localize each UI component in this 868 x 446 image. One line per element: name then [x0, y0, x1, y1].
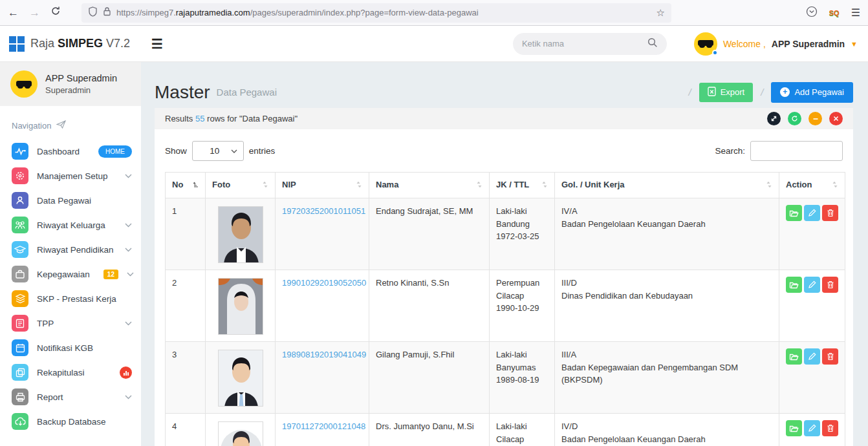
- cell-no: 2: [166, 270, 206, 342]
- nip-link[interactable]: 199010292019052050: [282, 278, 366, 288]
- minimize-card-icon[interactable]: [808, 112, 822, 125]
- sidebar-item-data-pegawai[interactable]: Data Pegawai: [0, 189, 141, 212]
- sort-asc-icon: [191, 180, 199, 190]
- pocket-icon[interactable]: [806, 6, 818, 20]
- col-header-action[interactable]: Action: [779, 173, 845, 198]
- col-header-foto[interactable]: Foto: [206, 173, 276, 198]
- table-row: 3 198908192019041049 Gilang Pamuji, S.Fh…: [166, 342, 845, 414]
- sidebar-item-backup-database[interactable]: Backup Database: [0, 410, 141, 433]
- copy-pages-icon: [12, 364, 28, 381]
- back-icon[interactable]: ←: [8, 6, 19, 19]
- sidebar-user-role: Superadmin: [45, 85, 117, 95]
- cell-no: 3: [166, 342, 206, 414]
- expand-card-icon[interactable]: [767, 112, 781, 125]
- sq-extension-icon[interactable]: SQ: [829, 9, 840, 17]
- sidebar-avatar: [10, 70, 38, 98]
- global-search-input[interactable]: [522, 39, 647, 48]
- user-menu[interactable]: Welcome , APP Superadmin ▼: [694, 32, 858, 56]
- edit-button[interactable]: [804, 205, 820, 221]
- cell-no: 1: [166, 198, 206, 270]
- reload-icon[interactable]: [50, 6, 61, 19]
- dashboard-pulse-icon: [12, 143, 28, 160]
- sidebar-item-report[interactable]: Report: [0, 385, 141, 409]
- view-button[interactable]: [786, 205, 802, 221]
- app-logo[interactable]: Raja SIMPEG V7.2: [0, 36, 141, 52]
- chevron-down-icon: [125, 321, 132, 326]
- delete-button[interactable]: [822, 277, 838, 293]
- col-header-nama[interactable]: Nama: [369, 173, 490, 198]
- sidebar-item-kepegawaian[interactable]: Kepegawaian 12: [0, 262, 141, 286]
- view-button[interactable]: [786, 277, 802, 293]
- nip-link[interactable]: 198908192019041049: [282, 350, 366, 359]
- data-card: Results 55 rows for "Data Pegawai" Show …: [155, 108, 853, 446]
- col-header-no[interactable]: No: [166, 173, 206, 198]
- sidebar: APP Superadmin Superadmin Navigation Das…: [0, 62, 141, 446]
- browser-toolbar: ← → https://simpeg7.rajaputramedia.com/p…: [0, 0, 868, 26]
- sidebar-toggle-icon[interactable]: ☰: [151, 36, 162, 52]
- employee-photo: [218, 421, 263, 446]
- search-icon[interactable]: [647, 37, 658, 50]
- menu-icon[interactable]: ☰: [851, 6, 860, 19]
- add-pegawai-button[interactable]: + Add Pegawai: [771, 82, 853, 103]
- page-subtitle: Data Pegawai: [217, 87, 277, 98]
- chevron-down-icon: [231, 149, 237, 153]
- view-button[interactable]: [786, 348, 802, 365]
- shield-icon[interactable]: [88, 6, 98, 19]
- cell-gol-unit: IV/ABadan Pengelolaan Keuangan Daerah: [555, 198, 779, 270]
- sidebar-item-riwayat-keluarga[interactable]: Riwayat Keluarga: [0, 213, 141, 237]
- sort-icon: [262, 180, 268, 191]
- col-header-gol-unit[interactable]: Gol. / Unit Kerja: [555, 173, 779, 198]
- sidebar-item-skp-prestasi-kerja[interactable]: SKP - Prestasi Kerja: [0, 287, 141, 310]
- edit-button[interactable]: [804, 348, 820, 365]
- sidebar-item-tpp[interactable]: TPP: [0, 312, 141, 335]
- col-header-jk-ttl[interactable]: JK / TTL: [490, 173, 555, 198]
- nip-link[interactable]: 197203252001011051: [282, 206, 365, 216]
- family-icon: [12, 217, 28, 233]
- chevron-down-icon: [125, 174, 132, 178]
- chevron-down-icon: [125, 223, 132, 228]
- sidebar-user-panel: APP Superadmin Superadmin: [0, 62, 141, 106]
- edit-button[interactable]: [804, 420, 820, 436]
- sidebar-item-rekapitulasi[interactable]: Rekapitulasi: [0, 361, 141, 384]
- bookmark-star-icon[interactable]: ☆: [656, 7, 665, 19]
- entries-select[interactable]: 10: [192, 141, 244, 161]
- cell-gol-unit: IV/DBadan Pengelolaan Keuangan Daerah: [555, 414, 779, 446]
- sidebar-item-riwayat-pendidikan[interactable]: Riwayat Pendidikan: [0, 238, 141, 261]
- close-card-icon[interactable]: [829, 112, 843, 125]
- sidebar-item-manajemen-setup[interactable]: Manajemen Setup: [0, 164, 141, 187]
- briefcase-icon: [12, 266, 28, 282]
- lock-icon[interactable]: [103, 6, 111, 19]
- col-header-nip[interactable]: NIP: [276, 173, 369, 198]
- sidebar-item-notifikasi-kgb[interactable]: Notifikasi KGB: [0, 336, 141, 359]
- edit-button[interactable]: [804, 277, 820, 293]
- cell-jk-ttl: Laki-lakiBandung1972-03-25: [490, 198, 555, 270]
- delete-button[interactable]: [822, 348, 838, 365]
- sort-icon: [766, 180, 772, 191]
- sort-icon: [832, 180, 838, 191]
- table-search-label: Search:: [715, 146, 745, 156]
- sort-icon: [356, 180, 362, 191]
- delete-button[interactable]: [822, 420, 838, 436]
- forward-icon[interactable]: →: [29, 6, 40, 19]
- table-search-input[interactable]: [750, 141, 843, 161]
- nav-section-label: Navigation: [12, 120, 129, 131]
- sidebar-user-name: APP Superadmin: [45, 73, 117, 83]
- view-button[interactable]: [786, 420, 802, 436]
- nip-link[interactable]: 197011272000121048: [282, 421, 365, 431]
- separator: /: [688, 87, 691, 98]
- brand-text: Raja SIMPEG V7.2: [30, 37, 130, 50]
- export-button[interactable]: Export: [699, 83, 754, 102]
- refresh-card-icon[interactable]: [788, 112, 801, 125]
- cell-gol-unit: III/DDinas Pendidikan dan Kebudayaan: [555, 270, 779, 342]
- url-text[interactable]: https://simpeg7.rajaputramedia.com/pages…: [116, 8, 651, 17]
- calendar-icon: [12, 339, 28, 356]
- cell-jk-ttl: PerempuanCilacap1990-10-29: [490, 270, 555, 342]
- gear-icon: [12, 167, 28, 184]
- chevron-down-icon: [125, 395, 132, 399]
- sidebar-item-dashboard[interactable]: Dashboard HOME: [0, 140, 141, 163]
- address-bar[interactable]: https://simpeg7.rajaputramedia.com/pages…: [81, 3, 671, 23]
- delete-button[interactable]: [822, 205, 838, 221]
- global-search[interactable]: [513, 33, 667, 55]
- table-row: 1 197203252001011051 Endang Sudrajat, SE…: [166, 198, 845, 270]
- cell-jk-ttl: Laki-lakiBanyumas1989-08-19: [490, 342, 555, 414]
